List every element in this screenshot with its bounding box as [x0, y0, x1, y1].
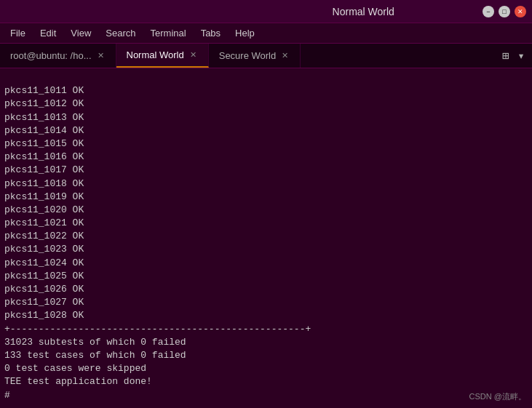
terminal-line: pkcs11_1027 OK — [4, 296, 528, 309]
terminal-line: pkcs11_1022 OK — [4, 230, 528, 243]
menu-bar: FileEditViewSearchTerminalTabsHelp — [0, 23, 532, 44]
terminal-line: pkcs11_1024 OK — [4, 257, 528, 270]
maximize-button[interactable]: □ — [499, 6, 510, 17]
window-title: Normal World — [245, 6, 483, 17]
tab-dropdown-button[interactable]: ▾ — [515, 47, 528, 65]
menu-item-edit[interactable]: Edit — [34, 26, 62, 40]
tab-normal[interactable]: Normal World✕ — [116, 44, 209, 68]
menu-item-help[interactable]: Help — [229, 26, 261, 40]
minimize-button[interactable]: − — [483, 6, 494, 17]
terminal-line: pkcs11_1019 OK — [4, 191, 528, 204]
terminal-line: pkcs11_1021 OK — [4, 217, 528, 230]
tab-actions: ⊞▾ — [495, 44, 532, 68]
menu-item-view[interactable]: View — [65, 26, 97, 40]
tab-root-close[interactable]: ✕ — [96, 49, 106, 62]
terminal-line: pkcs11_1026 OK — [4, 283, 528, 296]
new-tab-button[interactable]: ⊞ — [499, 47, 512, 65]
menu-item-tabs[interactable]: Tabs — [195, 26, 226, 40]
terminal-line: 133 test cases of which 0 failed — [4, 349, 528, 362]
terminal-line: pkcs11_1020 OK — [4, 204, 528, 217]
terminal-line: pkcs11_1013 OK — [4, 111, 528, 124]
terminal-line: pkcs11_1025 OK — [4, 270, 528, 283]
terminal-line: pkcs11_1023 OK — [4, 243, 528, 256]
tab-root-label: root@ubuntu: /ho... — [10, 50, 92, 61]
menu-item-search[interactable]: Search — [100, 26, 141, 40]
tab-normal-label: Normal World — [127, 49, 184, 60]
terminal-line: pkcs11_1018 OK — [4, 177, 528, 191]
terminal-line: pkcs11_1016 OK — [4, 151, 528, 164]
menu-item-file[interactable]: File — [4, 26, 31, 40]
terminal-line: pkcs11_1014 OK — [4, 124, 528, 137]
terminal-line: 0 test cases were skipped — [4, 362, 528, 375]
terminal-line: pkcs11_1017 OK — [4, 164, 528, 177]
tab-secure-label: Secure World — [219, 50, 277, 61]
terminal-line: pkcs11_1028 OK — [4, 309, 528, 322]
terminal-line: TEE test application done! — [4, 375, 528, 388]
tab-bar: root@ubuntu: /ho...✕Normal World✕Secure … — [0, 44, 532, 68]
watermark: CSDN @流畔。 — [469, 391, 526, 402]
menu-item-terminal[interactable]: Terminal — [145, 26, 192, 40]
terminal-line: pkcs11_1015 OK — [4, 137, 528, 151]
close-button[interactable]: ✕ — [515, 6, 526, 17]
tab-secure[interactable]: Secure World✕ — [209, 44, 301, 68]
title-bar: Normal World − □ ✕ — [0, 0, 532, 23]
terminal-output: pkcs11_1011 OKpkcs11_1012 OKpkcs11_1013 … — [0, 68, 532, 408]
tab-secure-close[interactable]: ✕ — [280, 49, 290, 62]
terminal-line: 31023 subtests of which 0 failed — [4, 336, 528, 349]
window-controls: − □ ✕ — [483, 6, 526, 17]
terminal-line: pkcs11_1011 OK — [4, 84, 528, 97]
terminal-line: +---------------------------------------… — [4, 323, 528, 336]
tab-normal-close[interactable]: ✕ — [188, 49, 198, 61]
terminal-line: # — [4, 389, 528, 402]
terminal-line: pkcs11_1012 OK — [4, 97, 528, 111]
tab-root[interactable]: root@ubuntu: /ho...✕ — [0, 44, 116, 68]
